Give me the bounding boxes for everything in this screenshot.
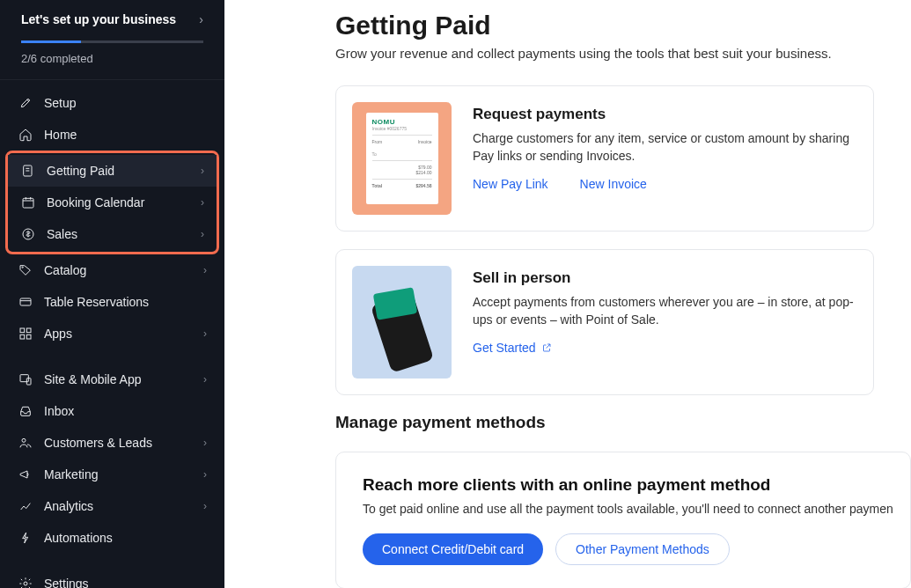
apps-icon: [18, 326, 33, 342]
svg-point-12: [24, 582, 27, 585]
other-methods-button[interactable]: Other Payment Methods: [555, 533, 730, 565]
sidebar-item-label: Automations: [44, 531, 207, 545]
chevron-right-icon: ›: [201, 196, 204, 209]
sidebar-item-label: Booking Calendar: [47, 195, 201, 209]
sidebar-item-label: Analytics: [44, 499, 203, 513]
thumb-invoice-number: Invoice #0026775: [372, 126, 432, 131]
sell-in-person-card: Sell in person Accept payments from cust…: [335, 249, 874, 395]
sidebar-item-label: Catalog: [44, 263, 203, 277]
sidebar-item-label: Marketing: [44, 467, 203, 481]
pos-thumbnail: [352, 266, 452, 379]
external-link-icon: [541, 342, 552, 353]
link-label: Get Started: [473, 341, 536, 355]
table-icon: [18, 294, 33, 310]
invoice-paper-graphic: NOMU Invoice #0026775 FromInvoice To $79…: [366, 113, 438, 204]
sidebar-item-label: Settings: [44, 577, 207, 588]
sidebar-item-inbox[interactable]: Inbox: [0, 395, 224, 427]
paid-icon: [20, 163, 36, 179]
sidebar-item-marketing[interactable]: Marketing ›: [0, 459, 224, 490]
dollar-icon: [20, 226, 36, 242]
sidebar-item-booking-calendar[interactable]: Booking Calendar ›: [8, 187, 217, 218]
manage-section-title: Manage payment methods: [335, 413, 911, 432]
automations-icon: [18, 530, 33, 546]
megaphone-icon: [18, 467, 33, 482]
chevron-right-icon: ›: [203, 437, 207, 449]
progress-text: 2/6 completed: [21, 52, 203, 65]
payment-methods-card: Reach more clients with an online paymen…: [335, 452, 911, 588]
card-description: Accept payments from customers wherever …: [473, 294, 857, 328]
highlighted-nav-group: Getting Paid › Booking Calendar › Sales …: [5, 151, 219, 254]
home-icon: [18, 127, 33, 143]
sidebar-item-home[interactable]: Home: [0, 119, 224, 151]
sidebar-item-apps[interactable]: Apps ›: [0, 318, 224, 349]
new-invoice-link[interactable]: New Invoice: [580, 177, 647, 191]
new-pay-link[interactable]: New Pay Link: [473, 177, 548, 191]
sidebar-item-table-reservations[interactable]: Table Reservations: [0, 286, 224, 318]
sidebar-item-customers-leads[interactable]: Customers & Leads ›: [0, 427, 224, 459]
chevron-right-icon: ›: [203, 468, 207, 481]
sidebar-item-getting-paid[interactable]: Getting Paid ›: [8, 155, 217, 187]
chevron-right-icon: ›: [203, 500, 207, 512]
card-title: Sell in person: [473, 269, 857, 287]
invoice-thumbnail: NOMU Invoice #0026775 FromInvoice To $79…: [352, 102, 452, 215]
chevron-right-icon: ›: [201, 228, 204, 240]
sidebar-item-sales[interactable]: Sales ›: [8, 218, 217, 250]
thumb-amount: $214.00: [415, 170, 431, 175]
chevron-right-icon: ›: [203, 373, 207, 386]
sidebar-item-label: Site & Mobile App: [44, 372, 203, 386]
sidebar-item-settings[interactable]: Settings: [0, 568, 224, 588]
svg-rect-5: [20, 328, 25, 333]
thumb-from-label: From: [372, 139, 383, 144]
svg-point-3: [22, 267, 23, 268]
sidebar-item-analytics[interactable]: Analytics ›: [0, 490, 224, 522]
sidebar-item-setup[interactable]: Setup: [0, 87, 224, 119]
thumb-logo: NOMU: [372, 118, 432, 126]
calendar-icon: [20, 195, 36, 210]
chevron-right-icon: ›: [203, 264, 207, 276]
svg-rect-6: [26, 328, 31, 333]
sidebar-item-label: Table Reservations: [44, 295, 207, 309]
sidebar: Let's set up your business › 2/6 complet…: [0, 0, 224, 588]
chevron-right-icon: ›: [203, 327, 207, 340]
thumb-to-label: To: [372, 151, 432, 157]
setup-progress-box[interactable]: Let's set up your business › 2/6 complet…: [0, 0, 224, 80]
sidebar-item-label: Setup: [44, 96, 207, 110]
sidebar-item-catalog[interactable]: Catalog ›: [0, 254, 224, 286]
thumb-total-label: Total: [372, 183, 383, 188]
gear-icon: [18, 576, 33, 588]
sidebar-item-site-mobile-app[interactable]: Site & Mobile App ›: [0, 364, 224, 395]
svg-rect-4: [20, 298, 31, 305]
wide-card-description: To get paid online and use all the payme…: [363, 502, 884, 516]
people-icon: [18, 435, 33, 451]
setup-title: Let's set up your business: [21, 12, 176, 26]
card-title: Request payments: [473, 106, 857, 123]
sidebar-item-automations[interactable]: Automations: [0, 522, 224, 554]
thumb-total-value: $294.58: [415, 183, 431, 188]
card-description: Charge customers for any item, service o…: [473, 130, 857, 165]
rocket-icon: [18, 95, 33, 111]
inbox-icon: [18, 403, 33, 419]
progress-fill: [21, 40, 81, 43]
page-subtitle: Grow your revenue and collect payments u…: [335, 46, 911, 61]
chevron-right-icon: ›: [201, 165, 204, 177]
connect-card-button[interactable]: Connect Credit/Debit card: [363, 533, 543, 565]
sidebar-item-label: Customers & Leads: [44, 436, 203, 450]
get-started-link[interactable]: Get Started: [473, 341, 552, 355]
analytics-icon: [18, 498, 33, 514]
thumb-invoice-label: Invoice: [418, 139, 432, 144]
page-title: Getting Paid: [335, 11, 911, 40]
sidebar-item-label: Getting Paid: [47, 164, 201, 178]
main-content: Getting Paid Grow your revenue and colle…: [224, 0, 911, 588]
svg-rect-8: [26, 334, 31, 339]
site-icon: [18, 371, 33, 387]
request-payments-card: NOMU Invoice #0026775 FromInvoice To $79…: [335, 85, 874, 232]
sidebar-item-label: Inbox: [44, 404, 207, 418]
progress-bar: [21, 40, 203, 43]
svg-point-11: [22, 438, 26, 442]
svg-rect-7: [20, 334, 25, 339]
sidebar-item-label: Home: [44, 128, 207, 142]
tag-icon: [18, 262, 33, 278]
svg-rect-1: [23, 198, 33, 208]
sidebar-item-label: Apps: [44, 327, 203, 341]
sidebar-item-label: Sales: [47, 227, 201, 241]
